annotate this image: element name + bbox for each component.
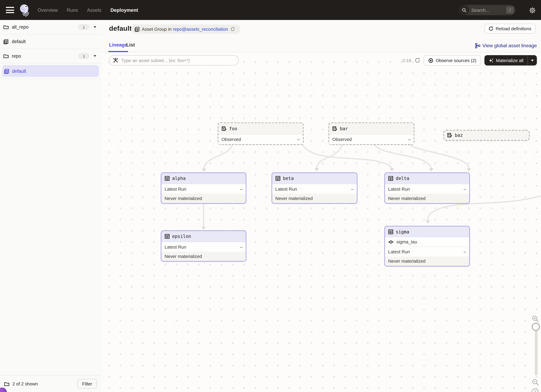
asset-node-alpha[interactable]: alpha Latest Run– Never materialized	[161, 173, 246, 204]
sidebar-footer: 2 of 2 shown Filter	[0, 375, 101, 392]
sidebar-item-default-repo-selected[interactable]: default	[0, 63, 101, 79]
eye-icon	[428, 58, 433, 63]
asset-node-delta[interactable]: delta Latest Run– Never materialized	[384, 173, 470, 204]
node-row-latest-run: Latest Run–	[161, 242, 245, 252]
refresh-icon[interactable]	[415, 58, 420, 63]
page-header: default Asset Group in repo@assets_recon…	[101, 20, 541, 41]
tab-list[interactable]: List	[126, 42, 135, 48]
table-icon	[388, 229, 393, 234]
node-row-materialization: Never materialized	[385, 194, 469, 203]
sidebar-item-alt-repo[interactable]: alt_repo 1	[0, 20, 101, 35]
count-badge: 1	[78, 24, 89, 30]
dagster-logo[interactable]	[18, 4, 31, 17]
asset-group-icon	[135, 27, 140, 32]
zoom-in-icon[interactable]	[532, 315, 539, 323]
node-row-observed: Observed–	[329, 134, 414, 144]
gear-icon[interactable]	[529, 7, 536, 13]
asset-check-icon	[388, 240, 394, 244]
node-header: beta	[272, 173, 357, 184]
sidebar-item-repo[interactable]: repo 1	[0, 49, 101, 63]
edge-bar-beta	[317, 144, 343, 168]
canvas-actions: 0:18 Observe sources (2) Materialize all	[402, 55, 537, 66]
sidebar-item-label: alt_repo	[12, 25, 29, 30]
reload-icon[interactable]	[230, 27, 235, 31]
search-input[interactable]	[469, 7, 506, 13]
lineage-canvas[interactable]: 0:18 Observe sources (2) Materialize all	[101, 52, 541, 392]
node-label: baz	[455, 133, 463, 138]
sidebar-item-default-altrepo[interactable]: default	[0, 35, 101, 49]
sidebar-item-label: default	[12, 39, 26, 44]
filter-button[interactable]: Filter	[77, 379, 97, 388]
table-icon	[165, 176, 170, 181]
nav-item-assets[interactable]: Assets	[87, 7, 101, 13]
search-box[interactable]: /	[459, 5, 515, 15]
global-lineage-label: View global asset lineage	[482, 43, 537, 48]
nav-links: Overview Runs Assets Deployment	[38, 7, 138, 13]
node-label: alpha	[172, 176, 186, 181]
selected-item-pill[interactable]: default	[2, 65, 99, 77]
repo-link[interactable]: repo@assets_reconciliation	[173, 27, 228, 32]
sparkle-icon	[488, 58, 494, 63]
observable-source-icon	[447, 133, 453, 138]
folder-icon	[4, 25, 9, 29]
observable-source-icon	[222, 126, 227, 131]
asset-node-foo[interactable]: foo Observed–	[218, 122, 304, 145]
folder-icon	[4, 382, 9, 386]
search-icon	[459, 5, 469, 15]
tab-lineage[interactable]: Lineage	[109, 42, 127, 48]
tabs-row: Lineage List View global asset lineage	[101, 41, 541, 52]
asset-node-epsilon[interactable]: epsilon Latest Run– Never materialized	[161, 230, 246, 262]
observable-source-icon	[332, 126, 338, 131]
zoom-slider-track[interactable]	[535, 326, 537, 376]
reload-definitions-button[interactable]: Reload definitions	[484, 24, 536, 34]
node-label: bar	[340, 126, 348, 131]
chevron-down-icon[interactable]	[94, 26, 96, 28]
nav-item-overview[interactable]: Overview	[38, 7, 58, 13]
top-nav-bar: Overview Runs Assets Deployment /	[0, 0, 541, 20]
count-badge: 1	[78, 53, 89, 59]
table-icon	[276, 176, 281, 181]
asset-node-baz[interactable]: baz	[443, 130, 530, 141]
sidebar-item-label: default	[12, 68, 26, 74]
chevron-down-icon[interactable]	[94, 55, 96, 57]
page-title: default	[109, 25, 132, 32]
asset-node-beta[interactable]: beta Latest Run– Never materialized	[271, 173, 358, 204]
code-location-sidebar: alt_repo 1 default repo 1 default 2 of 2…	[0, 20, 101, 392]
reload-icon	[488, 26, 493, 31]
nav-item-runs[interactable]: Runs	[67, 7, 78, 13]
view-global-asset-lineage-link[interactable]: View global asset lineage	[475, 43, 537, 48]
asset-node-sigma[interactable]: sigma sigma_tau Latest Run– Never materi…	[384, 226, 470, 266]
node-header: sigma	[385, 227, 469, 237]
download-view-icon[interactable]	[531, 388, 539, 392]
node-row-materialization: Never materialized	[161, 194, 245, 203]
search-shortcut-badge: /	[506, 7, 514, 13]
materialize-all-label: Materialize all	[496, 58, 523, 63]
node-header: bar	[329, 123, 414, 134]
edge-bar-delta	[374, 144, 431, 168]
node-label: sigma	[396, 229, 409, 234]
node-label: foo	[229, 126, 237, 131]
reload-definitions-label: Reload definitions	[496, 26, 531, 31]
op-selector-icon	[113, 58, 118, 63]
node-row-materialization: Never materialized	[272, 194, 357, 203]
nav-item-deployment[interactable]: Deployment	[110, 7, 138, 13]
materialize-all-button[interactable]: Materialize all	[484, 55, 537, 66]
zoom-slider-handle[interactable]	[532, 323, 540, 331]
observe-sources-label: Observe sources (2)	[436, 58, 476, 63]
shown-count-text: 2 of 2 shown	[12, 381, 38, 386]
node-header: delta	[385, 173, 469, 184]
node-row-asset-check[interactable]: sigma_tau	[385, 237, 469, 247]
asset-group-icon	[4, 39, 9, 44]
node-row-latest-run: Latest Run–	[385, 247, 469, 257]
asset-node-bar[interactable]: bar Observed–	[328, 122, 415, 145]
asset-subset-text-input[interactable]	[121, 57, 235, 63]
observe-sources-button[interactable]: Observe sources (2)	[424, 55, 481, 66]
asset-subset-input[interactable]	[109, 55, 239, 66]
main-content: default Asset Group in repo@assets_recon…	[101, 20, 541, 392]
hamburger-icon[interactable]	[6, 7, 14, 13]
badge-prefix-text: Asset Group in	[142, 27, 172, 32]
zoom-out-icon[interactable]	[532, 379, 539, 386]
node-row-observed: Observed–	[218, 134, 303, 144]
materialize-all-main[interactable]: Materialize all	[484, 55, 528, 66]
node-row-latest-run: Latest Run–	[385, 184, 469, 194]
